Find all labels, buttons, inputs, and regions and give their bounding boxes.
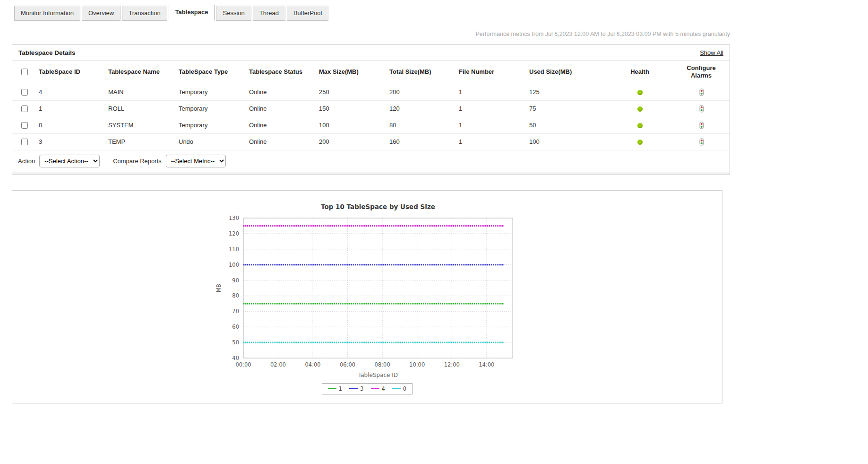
cell-tablespace-name: TEMP xyxy=(105,133,176,150)
tab-monitor-information[interactable]: Monitor Information xyxy=(14,6,80,21)
tab-tablespace[interactable]: Tablespace xyxy=(169,5,215,21)
legend-line-swatch xyxy=(371,388,379,389)
page: Monitor InformationOverviewTransactionTa… xyxy=(0,0,868,403)
svg-text:60: 60 xyxy=(232,324,239,330)
cell-total-size-mb: 200 xyxy=(387,84,456,100)
row-checkbox-cell xyxy=(12,117,36,133)
tab-transaction[interactable]: Transaction xyxy=(122,6,167,21)
cell-total-size-mb: 160 xyxy=(387,133,456,150)
action-label: Action xyxy=(18,158,35,165)
chart-title: Top 10 TableSpace by Used Size xyxy=(321,203,435,210)
tab-overview[interactable]: Overview xyxy=(82,6,120,21)
row-checkbox[interactable] xyxy=(21,105,28,112)
cell-max-size-mb: 150 xyxy=(316,100,387,117)
svg-text:04:00: 04:00 xyxy=(305,361,321,368)
cell-tablespace-status: Online xyxy=(246,117,316,133)
configure-alarm-cell xyxy=(673,100,730,117)
legend-line-swatch xyxy=(349,388,358,389)
tablespace-details-panel: Tablespace Details Show All TableSpace I… xyxy=(12,44,730,175)
tab-bufferpool[interactable]: BufferPool xyxy=(287,6,328,21)
show-all-link[interactable]: Show All xyxy=(700,49,723,56)
select-all-header-cell xyxy=(12,61,36,84)
row-checkbox[interactable] xyxy=(21,139,28,145)
cell-tablespace-name: ROLL xyxy=(105,100,176,117)
action-bar: Action --Select Action-- Compare Reports… xyxy=(12,150,730,172)
legend-item-3: 3 xyxy=(349,385,363,392)
cell-total-size-mb: 120 xyxy=(387,100,456,117)
configure-alarm-icon[interactable] xyxy=(698,105,705,113)
svg-text:80: 80 xyxy=(232,292,239,299)
svg-text:130: 130 xyxy=(229,215,239,221)
svg-text:50: 50 xyxy=(232,339,239,346)
legend-item-1: 1 xyxy=(328,385,342,392)
row-checkbox[interactable] xyxy=(21,89,28,96)
cell-tablespace-type: Temporary xyxy=(176,84,246,100)
cell-tablespace-type: Undo xyxy=(176,133,246,150)
legend-line-swatch xyxy=(328,388,336,389)
column-header-tablespace-name: Tablespace Name xyxy=(105,61,176,84)
health-cell xyxy=(607,117,673,133)
tab-session[interactable]: Session xyxy=(216,6,251,21)
cell-tablespace-type: Temporary xyxy=(176,100,246,117)
compare-reports-label: Compare Reports xyxy=(113,158,162,165)
column-header-total-size-mb-: Total Size(MB) xyxy=(387,61,456,84)
svg-text:08:00: 08:00 xyxy=(375,361,390,368)
cell-tablespace-status: Online xyxy=(246,133,316,150)
health-ok-icon xyxy=(637,140,643,145)
performance-metrics-note: Performance metrics from Jul 6,2023 12:0… xyxy=(12,31,730,37)
panel-title: Tablespace Details xyxy=(18,49,76,56)
table-row: 1ROLLTemporaryOnline150120175 xyxy=(12,100,730,117)
cell-total-size-mb: 80 xyxy=(387,117,456,133)
svg-text:12:00: 12:00 xyxy=(444,361,460,368)
select-all-checkbox[interactable] xyxy=(21,69,28,75)
svg-text:14:00: 14:00 xyxy=(479,361,494,368)
chart-panel: Top 10 TableSpace by Used Size4050607080… xyxy=(12,190,722,403)
table-row: 0SYSTEMTemporaryOnline10080150 xyxy=(12,117,730,133)
table-body: 4MAINTemporaryOnline25020011251ROLLTempo… xyxy=(12,84,730,150)
cell-used-size-mb: 50 xyxy=(526,117,607,133)
legend-item-4: 4 xyxy=(371,385,385,392)
cell-max-size-mb: 100 xyxy=(316,117,387,133)
tab-thread[interactable]: Thread xyxy=(253,6,285,21)
cell-tablespace-id: 1 xyxy=(36,100,105,117)
configure-alarm-icon[interactable] xyxy=(698,122,705,129)
cell-max-size-mb: 250 xyxy=(316,84,387,100)
cell-tablespace-id: 4 xyxy=(36,84,105,100)
tab-bar: Monitor InformationOverviewTransactionTa… xyxy=(0,0,868,21)
svg-text:06:00: 06:00 xyxy=(340,361,355,368)
table-row: 3TEMPUndoOnline2001601100 xyxy=(12,133,730,150)
action-select[interactable]: --Select Action-- xyxy=(39,155,100,167)
chart-legend: 1340 xyxy=(12,383,722,394)
health-ok-icon xyxy=(637,90,643,95)
svg-text:110: 110 xyxy=(229,245,239,252)
row-checkbox-cell xyxy=(12,84,36,100)
cell-tablespace-status: Online xyxy=(246,100,316,117)
content-area: Performance metrics from Jul 6,2023 12:0… xyxy=(12,31,730,403)
svg-text:00:00: 00:00 xyxy=(235,361,251,368)
column-header-configure-alarms: Configure Alarms xyxy=(673,61,730,84)
tablespace-table: TableSpace IDTablespace NameTableSpace T… xyxy=(12,60,730,150)
row-checkbox[interactable] xyxy=(21,122,28,129)
health-ok-icon xyxy=(637,123,643,128)
health-cell xyxy=(607,100,673,117)
table-header-row: TableSpace IDTablespace NameTableSpace T… xyxy=(12,61,730,84)
cell-tablespace-type: Temporary xyxy=(176,117,246,133)
health-cell xyxy=(607,84,673,100)
health-cell xyxy=(607,133,673,150)
configure-alarm-icon[interactable] xyxy=(698,88,705,96)
configure-alarm-cell xyxy=(673,117,730,133)
configure-alarm-cell xyxy=(673,84,730,100)
cell-tablespace-name: SYSTEM xyxy=(105,117,176,133)
health-ok-icon xyxy=(637,106,643,112)
cell-file-number: 1 xyxy=(456,84,526,100)
column-header-file-number: File Number xyxy=(456,61,526,84)
cell-tablespace-id: 3 xyxy=(36,133,105,150)
configure-alarm-icon[interactable] xyxy=(698,138,705,146)
column-header-tablespace-type: TableSpace Type xyxy=(176,61,246,84)
y-axis-label: MB xyxy=(215,283,222,292)
cell-file-number: 1 xyxy=(456,117,526,133)
cell-used-size-mb: 125 xyxy=(526,84,607,100)
compare-metric-select[interactable]: --Select Metric-- xyxy=(166,155,226,167)
chart-legend-box: 1340 xyxy=(322,383,413,394)
cell-tablespace-id: 0 xyxy=(36,117,105,133)
